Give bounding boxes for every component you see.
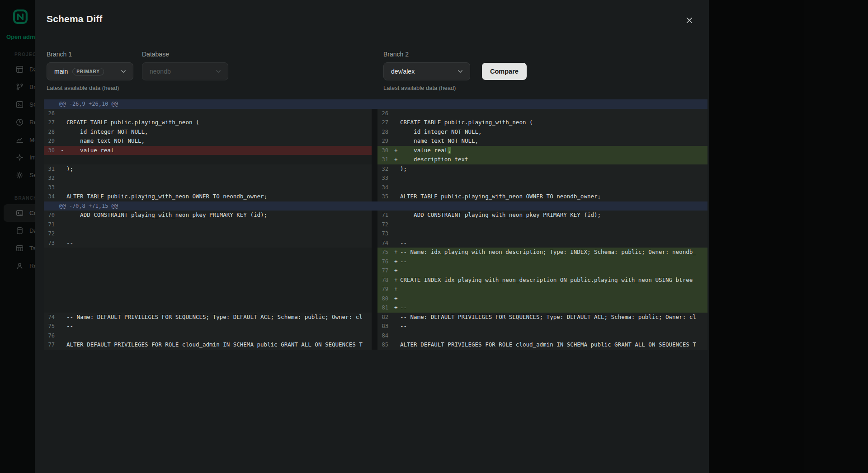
diff-row: 75--83-- <box>44 322 708 331</box>
compare-button[interactable]: Compare <box>482 63 527 80</box>
close-button[interactable] <box>684 14 695 26</box>
code-text: ALTER DEFAULT PRIVILEGES FOR ROLE cloud_… <box>400 340 708 350</box>
line-number: 33 <box>44 183 59 192</box>
diff-marker <box>393 164 400 174</box>
diff-marker <box>59 183 66 192</box>
diff-table: @@ -26,9 +26,10 @@262627CREATE TABLE pub… <box>44 99 708 350</box>
code-text: ALTER TABLE public.playing_with_neon OWN… <box>400 192 708 201</box>
diff-cell-right: 80+ <box>377 294 708 304</box>
chevron-down-icon <box>214 67 222 75</box>
diff-marker: + <box>393 155 400 164</box>
line-number: 74 <box>44 313 59 322</box>
code-text <box>66 331 372 341</box>
pane-divider <box>372 164 377 174</box>
line-number: 73 <box>44 239 59 248</box>
pane-divider <box>372 266 377 276</box>
diff-row: 7273 <box>44 229 708 239</box>
code-text: value real <box>66 146 372 155</box>
diff-row: 3233 <box>44 173 708 183</box>
line-number <box>44 285 59 294</box>
database-select[interactable]: neondb <box>142 62 228 80</box>
diff-marker <box>59 331 66 341</box>
line-number <box>44 155 59 164</box>
chevron-down-icon <box>119 67 127 75</box>
diff-cell-right: 35ALTER TABLE public.playing_with_neon O… <box>377 192 708 201</box>
diff-cell-right: 82-- Name: DEFAULT PRIVILEGES FOR SEQUEN… <box>377 313 708 322</box>
diff-cell-left: 31); <box>44 164 372 174</box>
code-text <box>66 285 372 294</box>
diff-controls: Branch 1 main PRIMARY Latest available d… <box>35 51 709 91</box>
diff-cell-left: 70 ADD CONSTRAINT playing_with_neon_pkey… <box>44 211 372 220</box>
database-group: Database neondb <box>142 51 228 80</box>
inline-diff-highlight: , <box>448 147 451 154</box>
branch1-value: main <box>54 68 68 75</box>
branch2-select[interactable]: dev/alex <box>383 62 470 80</box>
line-number: 78 <box>377 276 393 285</box>
line-number <box>44 257 59 267</box>
diff-cell-left: 26 <box>44 109 372 118</box>
pane-divider <box>372 294 377 304</box>
code-text: id integer NOT NULL, <box>66 127 372 137</box>
code-text <box>66 183 372 192</box>
diff-row: 77ALTER DEFAULT PRIVILEGES FOR ROLE clou… <box>44 340 708 350</box>
diff-cell-left: 74-- Name: DEFAULT PRIVILEGES FOR SEQUEN… <box>44 313 372 322</box>
code-text <box>400 294 708 304</box>
line-number: 85 <box>377 340 393 350</box>
pane-divider <box>372 173 377 183</box>
diff-row: 78+CREATE INDEX idx_playing_with_neon_de… <box>44 276 708 285</box>
code-text <box>66 220 372 229</box>
pane-divider <box>372 257 377 267</box>
code-text: CREATE TABLE public.playing_with_neon ( <box>400 118 708 127</box>
diff-row: 79+ <box>44 285 708 294</box>
code-text <box>400 331 708 341</box>
pane-divider <box>372 183 377 192</box>
line-number: 84 <box>377 331 393 341</box>
diff-marker: + <box>393 248 400 257</box>
diff-marker <box>59 136 66 146</box>
line-number: 28 <box>377 127 393 137</box>
diff-cell-left: 30- value real <box>44 146 372 155</box>
diff-cell-right: 74-- <box>377 239 708 248</box>
branch1-select[interactable]: main PRIMARY <box>47 62 133 80</box>
code-text <box>400 173 708 183</box>
line-number: 32 <box>44 173 59 183</box>
code-text <box>400 183 708 192</box>
diff-marker <box>59 285 66 294</box>
diff-row: 75+-- Name: idx_playing_with_neon_descri… <box>44 248 708 257</box>
diff-marker <box>393 211 400 220</box>
diff-cell-left: 73-- <box>44 239 372 248</box>
code-text <box>66 294 372 304</box>
diff-cell-left: 75-- <box>44 322 372 331</box>
diff-cell-left <box>44 276 372 285</box>
diff-cell-left: 34ALTER TABLE public.playing_with_neon O… <box>44 192 372 201</box>
diff-cell-right: 31+ description text <box>377 155 708 164</box>
diff-row: 70 ADD CONSTRAINT playing_with_neon_pkey… <box>44 211 708 220</box>
line-number: 27 <box>377 118 393 127</box>
code-text: ADD CONSTRAINT playing_with_neon_pkey PR… <box>400 211 708 220</box>
diff-cell-left: 33 <box>44 183 372 192</box>
diff-cell-left: 32 <box>44 173 372 183</box>
diff-row: 2626 <box>44 109 708 118</box>
diff-row: 27CREATE TABLE public.playing_with_neon … <box>44 118 708 127</box>
code-text: -- Name: idx_playing_with_neon_descripti… <box>400 248 708 257</box>
diff-marker <box>59 109 66 118</box>
diff-cell-right: 33 <box>377 173 708 183</box>
pane-divider <box>372 340 377 350</box>
diff-cell-right: 71 ADD CONSTRAINT playing_with_neon_pkey… <box>377 211 708 220</box>
code-text <box>400 285 708 294</box>
diff-cell-left: 28 id integer NOT NULL, <box>44 127 372 137</box>
diff-marker <box>59 248 66 257</box>
line-number: 77 <box>44 340 59 350</box>
line-number: 82 <box>377 313 393 322</box>
line-number: 71 <box>377 211 393 220</box>
diff-marker <box>393 322 400 331</box>
line-number: 76 <box>377 257 393 267</box>
code-text <box>400 266 708 276</box>
line-number: 35 <box>377 192 393 201</box>
code-text: value real, <box>400 146 708 155</box>
diff-row: 31+ description text <box>44 155 708 164</box>
diff-cell-right: 27CREATE TABLE public.playing_with_neon … <box>377 118 708 127</box>
pane-divider <box>372 239 377 248</box>
line-number: 34 <box>44 192 59 201</box>
diff-cell-left <box>44 257 372 267</box>
